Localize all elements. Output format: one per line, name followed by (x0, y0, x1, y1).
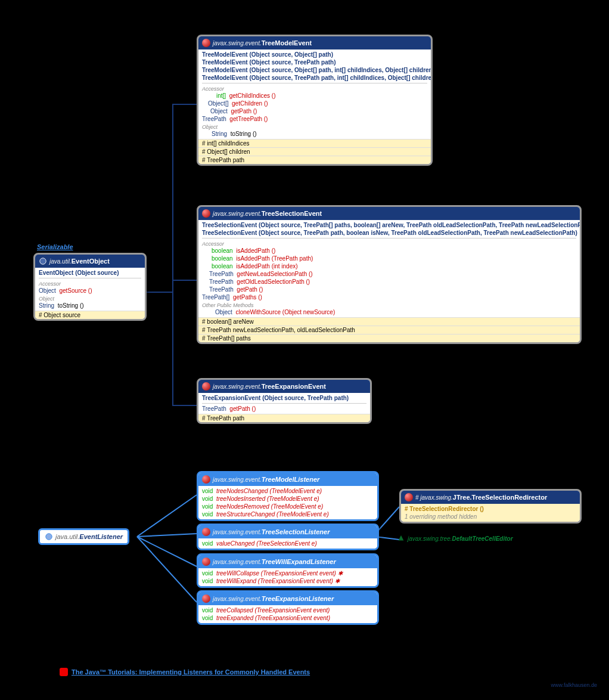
constructor: TreeModelEvent (Object source, TreePath … (202, 59, 336, 66)
box-redirector: # javax.swing.JTree.TreeSelectionRedirec… (399, 489, 582, 524)
section-label: Accessor (202, 240, 576, 247)
box-tree-model-listener: javax.swing.event.TreeModelListener void… (197, 471, 379, 521)
section-label: Object (202, 123, 427, 130)
class-name: TreeSelectionListener (262, 528, 330, 535)
method: treeExpanded (TreeExpansionEvent event) (216, 615, 330, 621)
default-tree-cell-editor[interactable]: javax.swing.tree.DefaultTreeCellEditor (397, 534, 513, 543)
ball-icon (202, 557, 210, 566)
method: getNewLeadSelectionPath () (237, 271, 312, 277)
header-tree-expansion-listener: javax.swing.event.TreeExpansionListener (198, 592, 377, 605)
method: treeStructureChanged (TreeModelEvent e) (216, 511, 329, 518)
class-name: TreeModelListener (262, 476, 320, 483)
footer-credit[interactable]: www.falkhausen.de (551, 682, 597, 688)
header-tree-model-event: javax.swing.event.TreeModelEvent (198, 36, 431, 49)
method: getPath () (229, 405, 256, 412)
class-name: EventObject (72, 258, 110, 265)
method: treeCollapsed (TreeExpansionEvent event) (216, 607, 330, 614)
gear-icon (45, 532, 53, 541)
header-event-object: java.util.EventObject (35, 255, 145, 268)
gear-icon (39, 257, 47, 265)
field-row: # boolean[] areNew (198, 317, 580, 326)
box-tree-will-expand-listener: javax.swing.event.TreeWillExpandListener… (197, 553, 379, 588)
svg-point-0 (40, 258, 46, 265)
box-tree-model-event: javax.swing.event.TreeModelEvent TreeMod… (197, 35, 433, 166)
method: toString () (231, 131, 257, 137)
ball-icon (405, 493, 413, 501)
method: getChildren () (232, 100, 268, 107)
note: 1 overriding method hidden (405, 513, 576, 521)
pkg-label: java.util. (49, 258, 72, 265)
ball-icon (202, 594, 210, 603)
box-tree-selection-listener: javax.swing.event.TreeSelectionListener … (197, 524, 379, 550)
constructor: TreeSelectionEvent (Object source, TreeP… (202, 222, 582, 228)
field-row: # TreePath path (198, 414, 370, 422)
box-tree-selection-event: javax.swing.event.TreeSelectionEvent Tre… (197, 205, 582, 344)
method: cloneWithSource (Object newSource) (235, 309, 335, 315)
constructor: TreeModelEvent (Object source, Object[] … (202, 51, 333, 58)
class-name: TreeWillExpandListener (262, 558, 336, 565)
constructor: TreeModelEvent (Object source, Object[] … (202, 67, 433, 73)
svg-marker-2 (399, 535, 404, 541)
method: getTreePath () (229, 116, 268, 122)
header-tree-selection-event: javax.swing.event.TreeSelectionEvent (198, 207, 580, 220)
header-tree-model-listener: javax.swing.event.TreeModelListener (198, 473, 377, 486)
tutorial-link[interactable]: The Java™ Tutorials: Implementing Listen… (60, 668, 310, 676)
class-name: TreeExpansionEvent (262, 383, 326, 390)
ball-icon (202, 528, 210, 536)
serializable-label[interactable]: Serializable (37, 243, 73, 250)
class-name: EventListener (79, 533, 123, 540)
constructor: TreeSelectionEvent (Object source, TreeP… (202, 230, 577, 236)
header-tree-selection-listener: javax.swing.event.TreeSelectionListener (198, 525, 377, 538)
constructor: TreeModelEvent (Object source, TreePath … (202, 75, 433, 81)
method: getOldLeadSelectionPath () (237, 278, 310, 285)
section-label: Accessor (202, 85, 427, 92)
method: getChildIndices () (229, 92, 276, 99)
method: treeNodesRemoved (TreeModelEvent e) (216, 503, 323, 510)
box-event-object: java.util.EventObject EventObject (Objec… (33, 253, 147, 321)
method: treeNodesChanged (TreeModelEvent e) (216, 488, 322, 494)
header-tree-will-expand-listener: javax.swing.event.TreeWillExpandListener (198, 555, 377, 568)
box-tree-expansion-event: javax.swing.event.TreeExpansionEvent Tre… (197, 378, 372, 424)
ball-icon (202, 39, 210, 47)
box-event-listener[interactable]: java.util.EventListener (38, 528, 129, 545)
header-redirector: # javax.swing.JTree.TreeSelectionRedirec… (401, 491, 580, 504)
section-label: Other Public Methods (202, 301, 576, 308)
oracle-icon (60, 668, 68, 676)
method: isAddedPath (int index) (236, 263, 297, 270)
header-tree-expansion-event: javax.swing.event.TreeExpansionEvent (198, 380, 370, 393)
box-tree-expansion-listener: javax.swing.event.TreeExpansionListener … (197, 590, 379, 625)
ball-icon (202, 382, 210, 391)
field-row: # TreePath[] paths (198, 334, 580, 342)
method: getSource () (59, 287, 92, 294)
constructor: TreeExpansionEvent (Object source, TreeP… (202, 395, 349, 401)
tree-icon (397, 534, 405, 543)
class-name: JTree.TreeSelectionRedirector (453, 494, 547, 501)
method: treeNodesInserted (TreeModelEvent e) (216, 495, 319, 502)
method: toString () (58, 302, 84, 309)
method: getPath () (231, 108, 257, 114)
method: treeWillExpand (TreeExpansionEvent event… (216, 578, 340, 584)
class-name: DefaultTreeCellEditor (452, 535, 512, 542)
field-row: # TreePath newLeadSelectionPath, oldLead… (198, 326, 580, 334)
field-row: # TreePath path (198, 156, 431, 164)
constructor: # TreeSelectionRedirector () (405, 506, 484, 512)
class-name: TreeExpansionListener (262, 595, 334, 602)
method: valueChanged (TreeSelectionEvent e) (216, 540, 317, 547)
field-row: # Object[] children (198, 147, 431, 156)
svg-point-1 (46, 534, 52, 540)
method: isAddedPath (TreePath path) (236, 255, 313, 262)
method: getPath () (237, 286, 263, 293)
field-row: # int[] childIndices (198, 139, 431, 147)
class-name: TreeSelectionEvent (262, 210, 322, 217)
method: getPaths () (233, 294, 262, 301)
constructor: EventObject (Object source) (39, 270, 119, 276)
ball-icon (202, 209, 210, 218)
section-label: Object (39, 295, 141, 302)
field-row: # Object source (35, 311, 145, 319)
ball-icon (202, 475, 210, 484)
method: treeWillCollapse (TreeExpansionEvent eve… (216, 570, 343, 577)
section-label: Accessor (39, 280, 141, 287)
class-name: TreeModelEvent (262, 39, 312, 47)
method: isAddedPath () (236, 247, 275, 254)
